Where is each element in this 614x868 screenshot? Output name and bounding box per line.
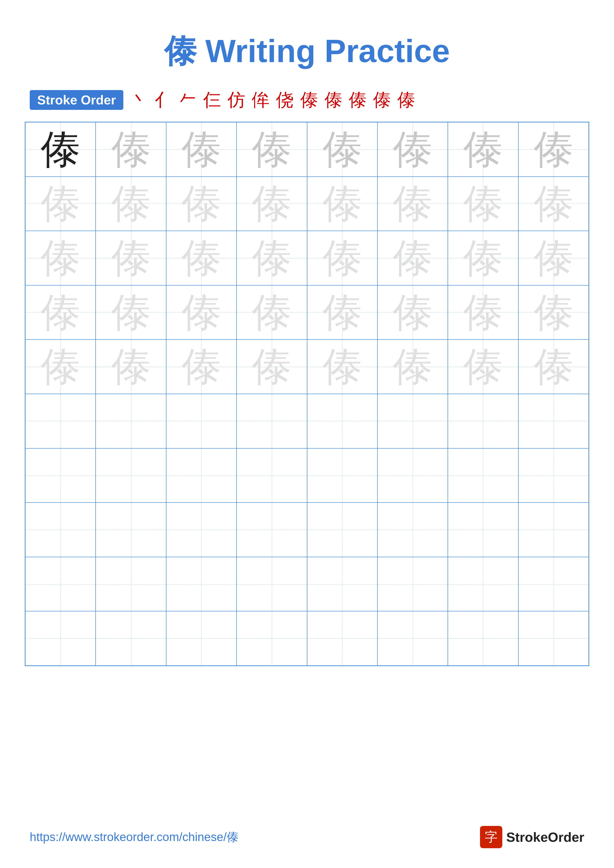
page-title: 傣 Writing Practice (0, 0, 614, 88)
grid-cell[interactable]: 傣 (307, 122, 378, 177)
grid-cell[interactable] (378, 557, 448, 611)
grid-cell[interactable]: 傣 (166, 339, 236, 394)
grid-cell[interactable] (236, 394, 307, 448)
stroke-5: 仿 (227, 88, 245, 112)
grid-cell[interactable]: 傣 (96, 339, 166, 394)
grid-cell[interactable] (448, 394, 518, 448)
grid-cell[interactable]: 傣 (96, 285, 166, 340)
grid-cell[interactable]: 傣 (448, 285, 518, 340)
grid-cell[interactable]: 傣 (96, 177, 166, 231)
grid-cell[interactable]: 傣 (166, 231, 236, 285)
grid-cell[interactable] (518, 394, 589, 448)
grid-cell[interactable] (307, 557, 378, 611)
grid-cell[interactable] (25, 502, 96, 557)
grid-cell[interactable] (448, 448, 518, 503)
grid-cell[interactable]: 傣 (25, 177, 96, 231)
grid-cell[interactable] (25, 611, 96, 666)
stroke-7: 侥 (276, 88, 294, 112)
grid-cell[interactable] (236, 448, 307, 503)
grid-cell[interactable] (378, 448, 448, 503)
grid-cell[interactable] (25, 557, 96, 611)
grid-cell[interactable]: 傣 (448, 122, 518, 177)
grid-cell[interactable] (378, 611, 448, 666)
stroke-order-badge: Stroke Order (30, 90, 123, 110)
grid-cell[interactable] (518, 448, 589, 503)
grid-cell[interactable]: 傣 (236, 122, 307, 177)
grid-cell[interactable]: 傣 (25, 285, 96, 340)
footer-logo-text: StrokeOrder (506, 829, 584, 845)
footer-logo: 字 StrokeOrder (480, 826, 584, 848)
grid-cell[interactable] (25, 394, 96, 448)
grid-cell[interactable]: 傣 (448, 231, 518, 285)
grid-cell[interactable]: 傣 (307, 285, 378, 340)
grid-cell[interactable] (166, 502, 236, 557)
footer-logo-icon: 字 (480, 826, 502, 848)
grid-cell[interactable] (518, 557, 589, 611)
grid-cell[interactable]: 傣 (378, 122, 448, 177)
grid-cell[interactable]: 傣 (518, 122, 589, 177)
stroke-order-section: Stroke Order 丶 亻 𠂉 仨 仿 侔 侥 傣 傣 傣 傣 傣 (0, 88, 614, 112)
grid-cell[interactable]: 傣 (518, 285, 589, 340)
grid-cell[interactable] (166, 557, 236, 611)
stroke-sequence: 丶 亻 𠂉 仨 仿 侔 侥 傣 傣 傣 傣 傣 (128, 88, 417, 112)
stroke-10: 傣 (349, 88, 367, 112)
grid-cell[interactable]: 傣 (307, 339, 378, 394)
grid-cell[interactable] (518, 502, 589, 557)
grid-cell[interactable] (378, 502, 448, 557)
stroke-9: 傣 (325, 88, 342, 112)
grid-cell[interactable]: 傣 (448, 339, 518, 394)
grid-cell[interactable] (307, 394, 378, 448)
grid-cell[interactable]: 傣 (378, 339, 448, 394)
grid-cell[interactable]: 傣 (378, 285, 448, 340)
grid-cell[interactable] (96, 611, 166, 666)
grid-cell[interactable]: 傣 (307, 231, 378, 285)
grid-cell[interactable]: 傣 (448, 177, 518, 231)
grid-cell[interactable]: 傣 (518, 339, 589, 394)
stroke-11: 傣 (373, 88, 391, 112)
stroke-1: 丶 (130, 88, 148, 112)
grid-cell[interactable] (96, 394, 166, 448)
grid-cell[interactable]: 傣 (236, 231, 307, 285)
grid-cell[interactable] (448, 611, 518, 666)
grid-cell[interactable]: 傣 (518, 177, 589, 231)
footer: https://www.strokeorder.com/chinese/傣 字 … (0, 826, 614, 848)
grid-cell[interactable] (448, 502, 518, 557)
grid-cell[interactable] (448, 557, 518, 611)
grid-cell[interactable]: 傣 (25, 122, 96, 177)
grid-cell[interactable]: 傣 (166, 177, 236, 231)
grid-cell[interactable] (236, 611, 307, 666)
grid-cell[interactable] (307, 611, 378, 666)
grid-cell[interactable] (96, 502, 166, 557)
grid-cell[interactable]: 傣 (307, 177, 378, 231)
grid-cell[interactable] (166, 394, 236, 448)
grid-cell[interactable]: 傣 (96, 231, 166, 285)
stroke-4: 仨 (203, 88, 221, 112)
grid-cell[interactable] (518, 611, 589, 666)
grid-cell[interactable]: 傣 (25, 231, 96, 285)
practice-grid-container: 傣傣傣傣傣傣傣傣傣傣傣傣傣傣傣傣傣傣傣傣傣傣傣傣傣傣傣傣傣傣傣傣傣傣傣傣傣傣傣傣 (0, 122, 614, 666)
grid-cell[interactable]: 傣 (166, 285, 236, 340)
grid-cell[interactable]: 傣 (378, 231, 448, 285)
practice-grid: 傣傣傣傣傣傣傣傣傣傣傣傣傣傣傣傣傣傣傣傣傣傣傣傣傣傣傣傣傣傣傣傣傣傣傣傣傣傣傣傣 (25, 122, 589, 666)
stroke-6: 侔 (252, 88, 269, 112)
grid-cell[interactable] (236, 557, 307, 611)
grid-cell[interactable] (307, 448, 378, 503)
grid-cell[interactable]: 傣 (378, 177, 448, 231)
grid-cell[interactable] (96, 448, 166, 503)
grid-cell[interactable]: 傣 (236, 177, 307, 231)
footer-url: https://www.strokeorder.com/chinese/傣 (30, 829, 238, 845)
grid-cell[interactable] (236, 502, 307, 557)
grid-cell[interactable]: 傣 (166, 122, 236, 177)
grid-cell[interactable]: 傣 (25, 339, 96, 394)
grid-cell[interactable] (378, 394, 448, 448)
grid-cell[interactable]: 傣 (96, 122, 166, 177)
grid-cell[interactable] (166, 448, 236, 503)
grid-cell[interactable]: 傣 (236, 339, 307, 394)
grid-cell[interactable] (96, 557, 166, 611)
grid-cell[interactable] (166, 611, 236, 666)
grid-cell[interactable]: 傣 (236, 285, 307, 340)
grid-cell[interactable] (25, 448, 96, 503)
stroke-3: 𠂉 (179, 90, 197, 110)
grid-cell[interactable]: 傣 (518, 231, 589, 285)
grid-cell[interactable] (307, 502, 378, 557)
